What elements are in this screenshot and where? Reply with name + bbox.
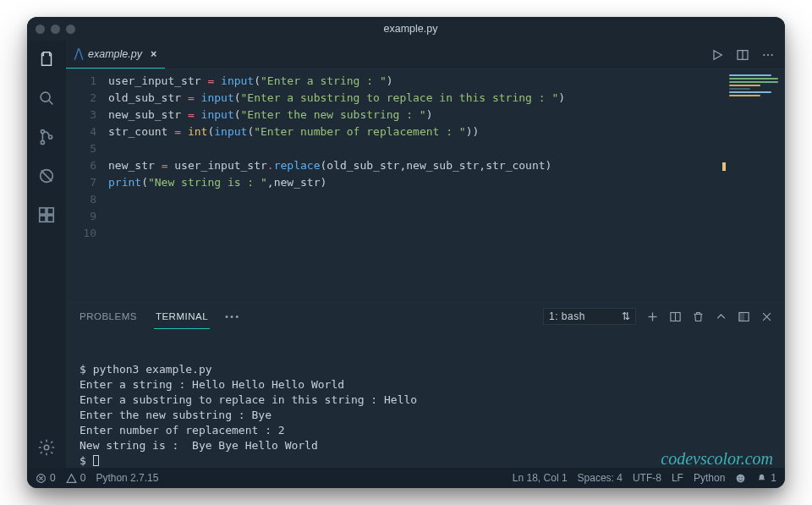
svg-point-30: [739, 476, 740, 477]
svg-point-29: [737, 474, 745, 482]
svg-rect-7: [40, 208, 46, 214]
status-eol[interactable]: LF: [672, 472, 683, 484]
debug-icon[interactable]: [35, 164, 58, 188]
minimap[interactable]: [726, 69, 785, 302]
terminal-output[interactable]: $ python3 example.pyEnter a string : Hel…: [66, 330, 785, 468]
maximize-panel-icon[interactable]: [715, 310, 727, 323]
status-errors[interactable]: 0: [36, 472, 56, 484]
activity-bar: [27, 41, 66, 468]
tab-example-py[interactable]: ⧸⧹ example.py ×: [66, 41, 165, 69]
watermark: codevscolor.com: [661, 451, 773, 466]
line-gutter: 12345678910: [66, 73, 108, 302]
terminal-selector[interactable]: 1: bash ⇅: [543, 308, 636, 325]
svg-point-4: [49, 135, 52, 139]
svg-point-11: [44, 445, 49, 450]
extensions-icon[interactable]: [35, 203, 58, 227]
editor-tabs: ⧸⧹ example.py ×: [66, 41, 785, 69]
status-python-env[interactable]: Python 2.7.15: [96, 472, 158, 484]
status-feedback-icon[interactable]: [735, 473, 746, 484]
status-indentation[interactable]: Spaces: 4: [578, 472, 623, 484]
status-language[interactable]: Python: [694, 472, 725, 484]
split-terminal-icon[interactable]: [669, 310, 682, 323]
status-bar: 0 0 Python 2.7.15 Ln 18, Col 1 Spaces: 4…: [27, 468, 785, 488]
status-encoding[interactable]: UTF-8: [633, 472, 661, 484]
python-file-icon: ⧸⧹: [74, 48, 83, 61]
status-notifications[interactable]: 1: [756, 472, 776, 484]
more-actions-icon[interactable]: [761, 48, 775, 62]
close-panel-icon[interactable]: [760, 310, 773, 323]
titlebar: example.py: [27, 17, 785, 41]
tab-label: example.py: [88, 48, 142, 60]
code-editor[interactable]: 12345678910 user_input_str = input("Ente…: [66, 69, 726, 302]
code-content[interactable]: user_input_str = input("Enter a string :…: [108, 73, 726, 302]
svg-rect-8: [47, 208, 53, 214]
source-control-icon[interactable]: [35, 125, 58, 149]
svg-point-16: [767, 53, 769, 55]
svg-rect-10: [47, 216, 53, 222]
panel-tab-problems[interactable]: PROBLEMS: [78, 305, 139, 328]
svg-point-31: [742, 476, 743, 477]
svg-rect-9: [40, 216, 46, 222]
svg-point-17: [771, 53, 773, 55]
split-editor-icon[interactable]: [736, 48, 749, 62]
svg-line-6: [41, 171, 52, 182]
settings-gear-icon[interactable]: [35, 436, 58, 459]
explorer-icon[interactable]: [35, 47, 58, 71]
status-warnings[interactable]: 0: [66, 472, 86, 484]
panel-tab-terminal[interactable]: TERMINAL: [154, 305, 210, 329]
run-icon[interactable]: [710, 48, 724, 62]
search-icon[interactable]: [35, 86, 58, 110]
chevron-updown-icon: ⇅: [622, 310, 631, 322]
panel-more-tabs-icon[interactable]: •••: [225, 311, 240, 321]
svg-point-0: [41, 92, 50, 102]
traffic-lights: [36, 25, 75, 34]
editor-window: example.py: [27, 17, 785, 488]
svg-rect-23: [739, 312, 744, 321]
new-terminal-icon[interactable]: [646, 310, 659, 323]
status-cursor-position[interactable]: Ln 18, Col 1: [513, 472, 568, 484]
editor-actions: [710, 41, 785, 69]
toggle-panel-icon[interactable]: [738, 310, 750, 323]
minimize-window-button[interactable]: [51, 25, 60, 34]
svg-line-1: [49, 101, 53, 105]
svg-point-15: [763, 53, 765, 55]
svg-point-2: [41, 130, 44, 134]
kill-terminal-icon[interactable]: [692, 310, 705, 323]
close-window-button[interactable]: [36, 25, 45, 34]
window-title: example.py: [85, 23, 736, 35]
close-tab-icon[interactable]: ×: [151, 48, 156, 60]
svg-point-3: [41, 140, 44, 144]
svg-marker-12: [714, 50, 721, 59]
zoom-window-button[interactable]: [66, 25, 75, 34]
bottom-panel: PROBLEMS TERMINAL ••• 1: bash ⇅: [66, 302, 785, 468]
